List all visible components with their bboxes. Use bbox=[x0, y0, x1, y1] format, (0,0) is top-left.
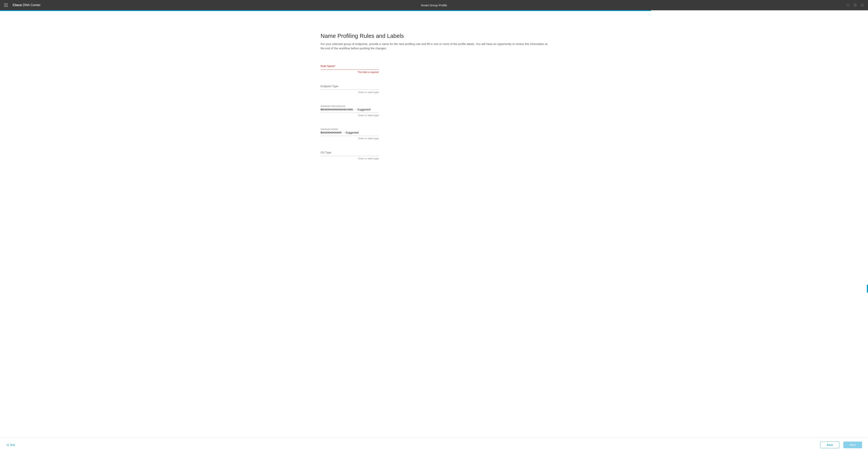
endpoint-type-helper: Enter or select type bbox=[320, 91, 379, 94]
hardware-manufacturer-label: Hardware Manufacturer bbox=[320, 105, 379, 108]
endpoint-type-label: Endpoint Type bbox=[320, 85, 379, 88]
field-endpoint-type: Endpoint Type Enter or select type bbox=[320, 85, 379, 94]
rule-name-input[interactable] bbox=[320, 68, 379, 70]
hardware-manufacturer-input[interactable]: BXXXXXXXXXXXXXX.XXX. - Suggested bbox=[320, 108, 379, 113]
field-hardware-manufacturer: Hardware Manufacturer BXXXXXXXXXXXXXX.XX… bbox=[320, 105, 379, 117]
svg-point-0 bbox=[847, 4, 849, 6]
hardware-model-value: BXXXXXXXXXXX bbox=[320, 131, 341, 134]
hardware-manufacturer-suggested: - Suggested bbox=[355, 108, 370, 111]
endpoint-type-input[interactable] bbox=[320, 88, 379, 90]
os-type-input[interactable] bbox=[320, 154, 379, 156]
brand-rest: DNA Center bbox=[23, 3, 41, 7]
field-hardware-model: Hardware Model BXXXXXXXXXXX - Suggested … bbox=[320, 128, 379, 140]
notification-bell-icon[interactable] bbox=[861, 3, 864, 7]
hardware-model-label: Hardware Model bbox=[320, 128, 379, 130]
hardware-model-input[interactable]: BXXXXXXXXXXX - Suggested bbox=[320, 131, 379, 136]
main-content: Name Profiling Rules and Labels For your… bbox=[320, 11, 548, 195]
os-type-label: OS Type bbox=[320, 151, 379, 154]
hardware-model-helper: Enter or select type bbox=[320, 137, 379, 140]
hardware-manufacturer-helper: Enter or select type bbox=[320, 114, 379, 117]
page-description: For your selected group of endpoints, pr… bbox=[320, 42, 548, 51]
rule-name-error: This field is required bbox=[320, 71, 379, 73]
hardware-manufacturer-value: BXXXXXXXXXXXXXX.XXX. bbox=[320, 108, 353, 111]
help-icon[interactable] bbox=[854, 3, 857, 7]
field-os-type: OS Type Enter or select type bbox=[320, 151, 379, 160]
os-type-helper: Enter or select type bbox=[320, 157, 379, 160]
svg-line-1 bbox=[849, 6, 849, 6]
hardware-model-suggested: - Suggested bbox=[343, 131, 359, 134]
page-context-title: Smart Group Profile bbox=[421, 4, 447, 7]
field-rule-name: Rule Name* This field is required bbox=[320, 64, 379, 73]
required-asterisk: * bbox=[334, 64, 335, 68]
header-icons bbox=[846, 3, 864, 7]
brand-label: Cisco DNA Center bbox=[12, 3, 41, 7]
svg-point-3 bbox=[855, 6, 855, 6]
search-icon[interactable] bbox=[846, 3, 850, 7]
hamburger-menu-icon[interactable] bbox=[4, 4, 8, 7]
brand-bold: Cisco bbox=[12, 3, 22, 7]
page-title: Name Profiling Rules and Labels bbox=[320, 33, 548, 39]
rule-name-label: Rule Name* bbox=[320, 64, 379, 68]
app-header: Cisco DNA Center Smart Group Profile bbox=[0, 0, 868, 10]
